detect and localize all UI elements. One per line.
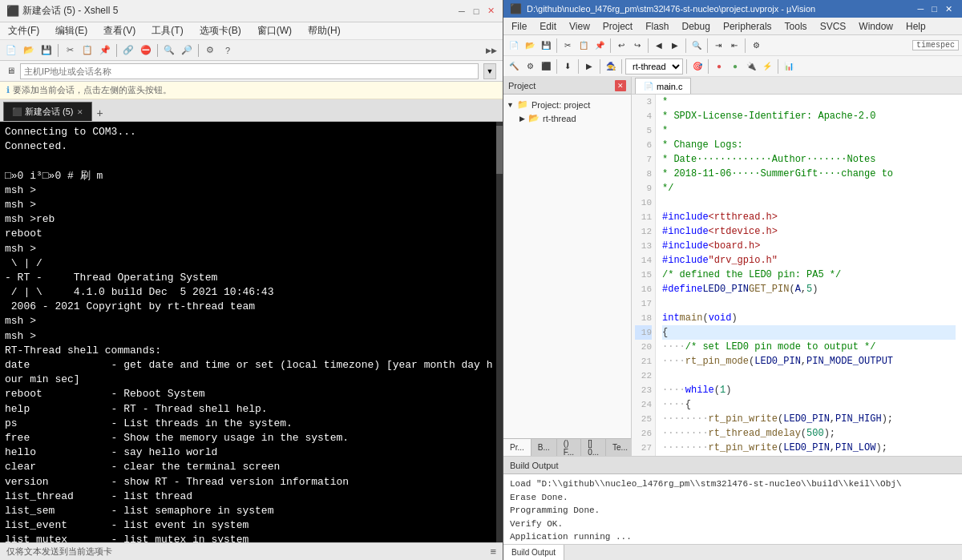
- settings-button[interactable]: ⚙: [202, 42, 218, 58]
- build-output-content[interactable]: Load "D:\\github\\nucleo_l476rg_pm\\stm3…: [503, 474, 962, 544]
- help-icon-button[interactable]: ?: [220, 42, 236, 58]
- address-input[interactable]: [20, 63, 479, 79]
- ln-22: 22: [635, 369, 652, 383]
- project-tree-root[interactable]: ▼ 📁 Project: project: [507, 98, 628, 111]
- uv-menu-tools[interactable]: Tools: [780, 19, 812, 34]
- uv-debug-start-button[interactable]: ▶: [582, 58, 596, 75]
- uv-menu-peripherals[interactable]: Peripherals: [718, 19, 777, 34]
- uv-sep6: [745, 38, 746, 53]
- code-line-6: * Change Logs:: [662, 138, 956, 152]
- project-tab-templates[interactable]: [] 0...: [581, 439, 606, 456]
- uv-outdent-button[interactable]: ⇤: [727, 38, 742, 54]
- uv-stop-button[interactable]: ⬛: [539, 58, 553, 75]
- address-dropdown-button[interactable]: ▼: [483, 63, 496, 79]
- minimize-button[interactable]: ─: [456, 6, 467, 17]
- xshell-titlebar-right[interactable]: ─ □ ✕: [456, 6, 496, 17]
- connect-button[interactable]: 🔗: [120, 42, 136, 58]
- uv-extra1-button[interactable]: 📊: [782, 58, 796, 75]
- uv-paste-button[interactable]: 📌: [592, 38, 607, 54]
- uv-menu-flash[interactable]: Flash: [641, 19, 673, 34]
- project-tree-item-rtthread[interactable]: ▶ 📂 rt-thread: [507, 111, 628, 125]
- uv-sim2-button[interactable]: ●: [728, 58, 742, 75]
- project-header-buttons[interactable]: ✕: [615, 80, 626, 91]
- build-line-3: Programming Done.: [510, 504, 956, 518]
- editor-tab-mainc[interactable]: 📄 main.c: [635, 78, 691, 94]
- uv-menu-view[interactable]: View: [564, 19, 595, 34]
- uv-sep12: [708, 59, 709, 74]
- uv-menu-svcs[interactable]: SVCS: [815, 19, 851, 34]
- uvision-titlebar-buttons[interactable]: ─ □ ✕: [915, 4, 956, 14]
- menu-tabs[interactable]: 选项卡(B): [195, 22, 246, 39]
- menu-tools[interactable]: 工具(T): [147, 22, 188, 39]
- editor-tabs: 📄 main.c: [632, 77, 962, 95]
- uv-target-dropdown[interactable]: rt-thread: [625, 58, 683, 75]
- uv-menu-help[interactable]: Help: [901, 19, 931, 34]
- uv-find-button[interactable]: 🔍: [689, 38, 704, 54]
- paste-button[interactable]: 📌: [97, 42, 113, 58]
- uv-menu-window[interactable]: Window: [854, 19, 898, 34]
- cut-button[interactable]: ✂: [62, 42, 78, 58]
- uv-rebuild-button[interactable]: ⚙: [523, 58, 537, 75]
- uv-connect-button[interactable]: 🔌: [744, 58, 758, 75]
- tab-add-button[interactable]: +: [92, 105, 108, 121]
- code-line-23: ····while (1): [662, 383, 956, 397]
- uv-menu-project[interactable]: Project: [598, 19, 637, 34]
- open-button[interactable]: 📂: [21, 42, 37, 58]
- project-tab-books[interactable]: B...: [532, 439, 557, 456]
- uv-new-button[interactable]: 📄: [507, 38, 521, 54]
- uv-settings-button[interactable]: ⚙: [749, 38, 763, 54]
- project-tab-te[interactable]: Te...: [606, 439, 635, 456]
- uv-wiz-button[interactable]: 🧙: [604, 58, 618, 75]
- build-tab-output[interactable]: Build Output: [503, 545, 564, 560]
- uv-indent-button[interactable]: ⇥: [711, 38, 726, 54]
- uv-target-options-button[interactable]: 🎯: [690, 58, 705, 75]
- new-session-button[interactable]: 📄: [3, 42, 19, 58]
- uv-build-button[interactable]: 🔨: [507, 58, 521, 75]
- menu-help[interactable]: 帮助(H): [303, 22, 346, 39]
- copy-button[interactable]: 📋: [79, 42, 95, 58]
- menu-edit[interactable]: 编辑(E): [51, 22, 92, 39]
- disconnect-button[interactable]: ⛔: [138, 42, 154, 58]
- uv-menu-debug[interactable]: Debug: [677, 19, 715, 34]
- code-area[interactable]: * * SPDX-License-Identifier: Apache-2.0 …: [656, 95, 962, 456]
- project-panel-close-button[interactable]: ✕: [615, 80, 626, 91]
- menu-view[interactable]: 查看(V): [99, 22, 140, 39]
- xshell-terminal[interactable]: Connecting to COM3... Connected. □»0 i³□…: [0, 122, 503, 542]
- uv-undo-button[interactable]: ↩: [614, 38, 629, 54]
- project-header-label: Project: [508, 81, 536, 91]
- uv-copy-button[interactable]: 📋: [576, 38, 591, 54]
- uv-redo-button[interactable]: ↪: [630, 38, 645, 54]
- maximize-button[interactable]: □: [471, 6, 482, 17]
- uv-menu-edit[interactable]: Edit: [535, 19, 561, 34]
- uv-save-button[interactable]: 💾: [539, 38, 553, 54]
- statusbar-menu-icon[interactable]: ≡: [490, 546, 496, 558]
- close-button[interactable]: ✕: [485, 6, 496, 17]
- uv-power-button[interactable]: ⚡: [760, 58, 774, 75]
- uv-maximize-button[interactable]: □: [928, 4, 940, 14]
- uv-menu-file[interactable]: File: [507, 19, 532, 34]
- zoom-in-button[interactable]: 🔎: [179, 42, 195, 58]
- terminal-scrollbar[interactable]: [496, 122, 503, 542]
- code-line-11: #include <rtthread.h>: [662, 210, 956, 224]
- uv-cut-button[interactable]: ✂: [560, 38, 575, 54]
- xshell-menubar: 文件(F) 编辑(E) 查看(V) 工具(T) 选项卡(B) 窗口(W) 帮助(…: [0, 22, 503, 40]
- uv-back-button[interactable]: ◀: [652, 38, 666, 54]
- collapse-right-button[interactable]: ▶▶: [483, 42, 499, 58]
- uv-minimize-button[interactable]: ─: [915, 4, 928, 14]
- uv-forward-button[interactable]: ▶: [668, 38, 682, 54]
- uv-sim-button[interactable]: ●: [712, 58, 726, 75]
- project-header: Project ✕: [503, 77, 631, 95]
- search-button[interactable]: 🔍: [161, 42, 177, 58]
- save-button[interactable]: 💾: [38, 42, 55, 58]
- project-tab-funcs[interactable]: () F...: [557, 439, 581, 456]
- uv-download-button[interactable]: ⬇: [560, 58, 575, 75]
- tab-new-session[interactable]: ⬛ 新建会话 (5) ✕: [3, 102, 92, 121]
- uv-close-button[interactable]: ✕: [942, 4, 956, 14]
- uv-open-button[interactable]: 📂: [523, 38, 537, 54]
- project-tab-project[interactable]: Pr...: [503, 439, 532, 456]
- terminal-scrollbar-thumb[interactable]: [496, 126, 503, 174]
- menu-file[interactable]: 文件(F): [3, 22, 44, 39]
- tab-close-icon[interactable]: ✕: [77, 108, 83, 116]
- menu-window[interactable]: 窗口(W): [253, 22, 297, 39]
- tree-item-label: rt-thread: [543, 114, 576, 123]
